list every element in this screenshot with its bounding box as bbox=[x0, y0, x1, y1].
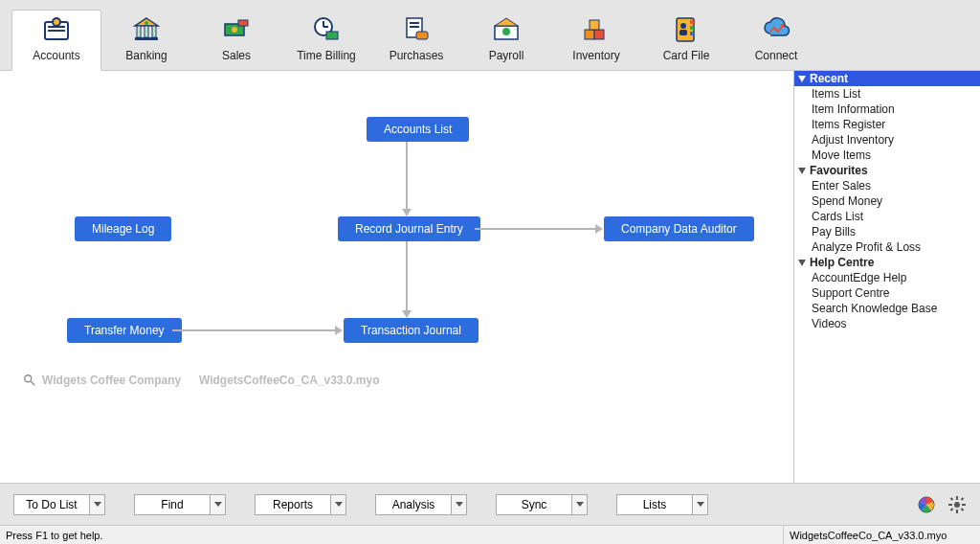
sidepanel-section-title: Favourites bbox=[810, 164, 868, 177]
tab-cardfile[interactable]: Card File bbox=[641, 11, 731, 70]
tab-label: Accounts bbox=[33, 49, 79, 62]
tab-label: Card File bbox=[663, 49, 710, 62]
chevron-down-icon bbox=[798, 76, 806, 82]
node-record-journal[interactable]: Record Journal Entry bbox=[338, 216, 480, 241]
tab-timebilling[interactable]: Time Billing bbox=[281, 11, 371, 70]
combo-sync[interactable]: Sync bbox=[496, 494, 588, 515]
content-area: Accounts List Mileage Log Record Journal… bbox=[0, 71, 980, 483]
svg-rect-26 bbox=[590, 20, 599, 30]
svg-rect-2 bbox=[48, 30, 65, 32]
node-transaction-journal[interactable]: Transaction Journal bbox=[344, 318, 479, 343]
tab-label: Time Billing bbox=[297, 49, 356, 62]
sidepanel-item[interactable]: Analyze Profit & Loss bbox=[794, 239, 980, 255]
sidepanel-item[interactable]: Adjust Inventory bbox=[794, 132, 980, 147]
arrow-head-right bbox=[595, 224, 603, 234]
combo-label: Lists bbox=[617, 495, 692, 514]
sidepanel-section-favourites[interactable]: Favourites bbox=[794, 163, 980, 178]
dropdown-icon bbox=[451, 495, 466, 514]
sidepanel-item[interactable]: Item Information bbox=[794, 102, 980, 117]
sidepanel-section-recent[interactable]: Recent bbox=[794, 71, 980, 86]
banking-icon bbox=[131, 14, 162, 45]
tab-label: Connect bbox=[755, 49, 798, 62]
svg-rect-44 bbox=[961, 497, 965, 501]
tab-accounts[interactable]: Accounts bbox=[11, 10, 101, 71]
combo-label: Sync bbox=[497, 495, 571, 514]
company-name: Widgets Coffee Company bbox=[42, 374, 181, 387]
svg-rect-39 bbox=[956, 510, 958, 513]
tab-sales[interactable]: Sales bbox=[191, 11, 281, 70]
svg-point-9 bbox=[145, 21, 148, 25]
tab-label: Sales bbox=[222, 49, 251, 62]
sidepanel-item[interactable]: Search Knowledge Base bbox=[794, 301, 980, 316]
svg-point-37 bbox=[954, 502, 960, 508]
arrow-line bbox=[406, 241, 408, 312]
svg-rect-30 bbox=[690, 32, 694, 35]
svg-rect-12 bbox=[238, 20, 248, 26]
combo-label: Find bbox=[135, 495, 210, 514]
combo-reports[interactable]: Reports bbox=[255, 494, 346, 515]
svg-rect-29 bbox=[690, 26, 694, 30]
svg-rect-16 bbox=[326, 32, 338, 39]
combo-todolist[interactable]: To Do List bbox=[13, 494, 105, 515]
sidepanel-item[interactable]: Items List bbox=[794, 86, 980, 102]
dropdown-icon bbox=[330, 495, 345, 514]
sidepanel-item[interactable]: Pay Bills bbox=[794, 224, 980, 239]
purchases-icon bbox=[401, 14, 432, 45]
accounts-icon bbox=[41, 14, 72, 45]
svg-rect-25 bbox=[594, 30, 604, 39]
svg-rect-28 bbox=[690, 20, 694, 24]
flow-canvas: Accounts List Mileage Log Record Journal… bbox=[0, 71, 793, 483]
tab-inventory[interactable]: Inventory bbox=[551, 11, 641, 70]
sidepanel-item[interactable]: AccountEdge Help bbox=[794, 270, 980, 285]
svg-rect-8 bbox=[135, 37, 158, 40]
dropdown-icon bbox=[210, 495, 225, 514]
svg-rect-20 bbox=[416, 32, 428, 39]
tab-connect[interactable]: Connect bbox=[731, 11, 821, 70]
svg-rect-5 bbox=[137, 26, 141, 37]
payroll-icon bbox=[491, 14, 522, 45]
node-accounts-list[interactable]: Accounts List bbox=[367, 117, 469, 142]
sidepanel-item[interactable]: Support Centre bbox=[794, 285, 980, 301]
combo-find[interactable]: Find bbox=[134, 494, 226, 515]
combo-analysis[interactable]: Analysis bbox=[375, 494, 467, 515]
combo-label: To Do List bbox=[14, 495, 89, 514]
tab-purchases[interactable]: Purchases bbox=[371, 11, 461, 70]
main-toolbar: Accounts Banking Sales Time Billing Purc… bbox=[0, 0, 980, 71]
node-transfer-money[interactable]: Transfer Money bbox=[67, 318, 182, 343]
combo-lists[interactable]: Lists bbox=[616, 494, 708, 515]
gear-icon[interactable] bbox=[947, 495, 967, 514]
color-wheel-icon[interactable] bbox=[917, 495, 936, 514]
arrow-head-right bbox=[335, 326, 343, 335]
company-file: WidgetsCoffeeCo_CA_v33.0.myo bbox=[199, 374, 380, 387]
svg-point-3 bbox=[53, 18, 60, 26]
cardfile-icon bbox=[671, 14, 702, 45]
sidepanel-item[interactable]: Enter Sales bbox=[794, 178, 980, 193]
arrow-head-down bbox=[402, 209, 412, 216]
search-icon[interactable] bbox=[23, 374, 36, 387]
svg-rect-43 bbox=[961, 508, 965, 511]
node-company-auditor[interactable]: Company Data Auditor bbox=[604, 216, 754, 241]
svg-point-34 bbox=[25, 375, 32, 382]
sidepanel-item[interactable]: Items Register bbox=[794, 117, 980, 132]
tab-payroll[interactable]: Payroll bbox=[461, 11, 551, 70]
arrow-line bbox=[475, 228, 597, 230]
arrow-line bbox=[172, 329, 337, 331]
company-file-line: Widgets Coffee Company WidgetsCoffeeCo_C… bbox=[23, 374, 380, 387]
svg-rect-42 bbox=[950, 497, 954, 501]
svg-point-31 bbox=[680, 23, 686, 29]
tab-banking[interactable]: Banking bbox=[101, 11, 191, 70]
sidepanel-item[interactable]: Videos bbox=[794, 316, 980, 331]
sidepanel-item[interactable]: Move Items bbox=[794, 147, 980, 163]
sidepanel-item[interactable]: Spend Money bbox=[794, 193, 980, 209]
svg-rect-40 bbox=[948, 504, 952, 506]
bottom-toolbar: To Do List Find Reports Analysis Sync Li… bbox=[0, 483, 980, 525]
svg-rect-41 bbox=[962, 504, 966, 506]
svg-rect-38 bbox=[956, 496, 958, 500]
sidepanel-item[interactable]: Cards List bbox=[794, 209, 980, 224]
sidepanel-section-helpcentre[interactable]: Help Centre bbox=[794, 255, 980, 270]
svg-rect-7 bbox=[152, 26, 156, 37]
tab-label: Payroll bbox=[489, 49, 524, 62]
tab-label: Banking bbox=[125, 49, 167, 62]
node-mileage-log[interactable]: Mileage Log bbox=[75, 216, 171, 241]
timebilling-icon bbox=[311, 14, 342, 45]
